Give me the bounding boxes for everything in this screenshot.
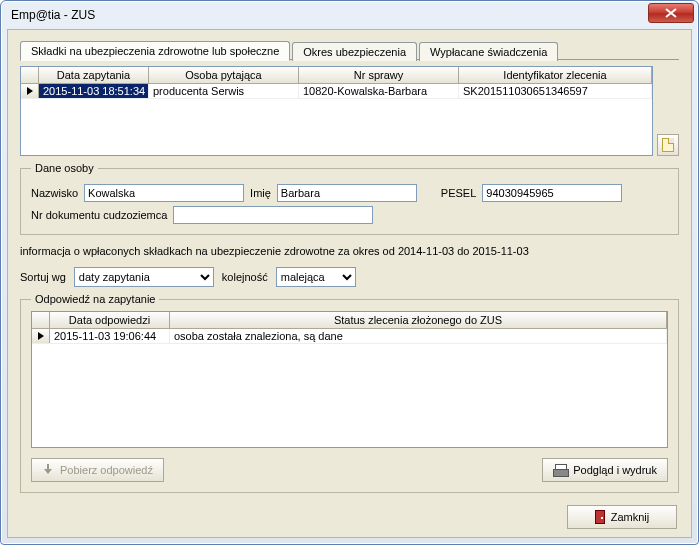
footer: Zamknij [20, 499, 679, 529]
table-row[interactable]: 2015-11-03 18:51:34 producenta Serwis 10… [21, 84, 652, 99]
pesel-label: PESEL [441, 187, 476, 199]
queries-area: Data zapytania Osoba pytająca Nr sprawy … [20, 66, 679, 156]
app-window: Emp@tia - ZUS Składki na ubezpieczenia z… [0, 0, 699, 545]
document-icon [662, 138, 674, 152]
table-row[interactable]: 2015-11-03 19:06:44 osoba została znalez… [32, 329, 667, 344]
client-area: Składki na ubezpieczenia zdrowotne lub s… [7, 29, 692, 538]
nazwisko-label: Nazwisko [31, 187, 78, 199]
response-grid-header: Data odpowiedzi Status zlecenia złożoneg… [32, 312, 667, 329]
current-row-icon [38, 332, 44, 340]
door-icon [595, 510, 605, 524]
sortuj-label: Sortuj wg [20, 271, 66, 283]
print-label: Podgląd i wydruk [573, 464, 657, 476]
close-button[interactable]: Zamknij [567, 505, 677, 529]
row-marker [21, 84, 39, 98]
col-osoba-pytajaca[interactable]: Osoba pytająca [149, 67, 299, 83]
nazwisko-field[interactable] [84, 184, 244, 202]
cell-status: osoba została znaleziona, są dane [170, 329, 667, 343]
sort-controls: Sortuj wg daty zapytania kolejność malej… [20, 267, 679, 287]
col-status-zlecenia[interactable]: Status zlecenia złożonego do ZUS [170, 312, 667, 328]
tab-skladki[interactable]: Składki na ubezpieczenia zdrowotne lub s… [20, 41, 290, 61]
download-response-button[interactable]: Pobierz odpowiedź [31, 458, 164, 482]
person-fieldset: Dane osoby Nazwisko Imię PESEL Nr dokume… [20, 162, 679, 235]
close-label: Zamknij [611, 511, 650, 523]
response-grid[interactable]: Data odpowiedzi Status zlecenia złożoneg… [31, 311, 668, 448]
sortuj-select[interactable]: daty zapytania [74, 267, 214, 287]
cell-identyfikator: SK201511030651346597 [459, 84, 652, 98]
col-data-zapytania[interactable]: Data zapytania [39, 67, 149, 83]
window-title: Emp@tia - ZUS [11, 8, 648, 22]
current-row-icon [27, 87, 33, 95]
kolejnosc-label: kolejność [222, 271, 268, 283]
titlebar: Emp@tia - ZUS [1, 1, 698, 29]
close-icon [665, 8, 677, 18]
kolejnosc-select[interactable]: malejąca [276, 267, 356, 287]
tab-bar: Składki na ubezpieczenia zdrowotne lub s… [20, 40, 679, 60]
imie-field[interactable] [277, 184, 417, 202]
pesel-field[interactable] [482, 184, 622, 202]
download-label: Pobierz odpowiedź [60, 464, 153, 476]
new-document-button[interactable] [657, 134, 679, 156]
response-legend: Odpowiedź na zapytanie [31, 293, 159, 305]
person-legend: Dane osoby [31, 162, 98, 174]
cell-nr-sprawy: 10820-Kowalska-Barbara [299, 84, 459, 98]
window-close-button[interactable] [648, 3, 694, 23]
tab-swiadczenia[interactable]: Wypłacane świadczenia [419, 42, 558, 61]
row-marker-header [21, 67, 39, 83]
nrdoc-field[interactable] [173, 206, 373, 224]
download-icon [42, 464, 54, 476]
imie-label: Imię [250, 187, 271, 199]
cell-data-zapytania: 2015-11-03 18:51:34 [39, 84, 149, 98]
printer-icon [553, 464, 567, 476]
col-nr-sprawy[interactable]: Nr sprawy [299, 67, 459, 83]
tab-okres[interactable]: Okres ubezpieczenia [292, 42, 417, 61]
nrdoc-label: Nr dokumentu cudzoziemca [31, 209, 167, 221]
queries-grid[interactable]: Data zapytania Osoba pytająca Nr sprawy … [20, 66, 653, 156]
col-identyfikator[interactable]: Identyfikator zlecenia [459, 67, 652, 83]
print-preview-button[interactable]: Podgląd i wydruk [542, 458, 668, 482]
queries-grid-header: Data zapytania Osoba pytająca Nr sprawy … [21, 67, 652, 84]
info-text: informacja o wpłaconych składkach na ube… [20, 241, 679, 261]
row-marker-header [32, 312, 50, 328]
cell-data-odpowiedzi: 2015-11-03 19:06:44 [50, 329, 170, 343]
row-marker [32, 329, 50, 343]
response-fieldset: Odpowiedź na zapytanie Data odpowiedzi S… [20, 293, 679, 493]
col-data-odpowiedzi[interactable]: Data odpowiedzi [50, 312, 170, 328]
cell-osoba-pytajaca: producenta Serwis [149, 84, 299, 98]
